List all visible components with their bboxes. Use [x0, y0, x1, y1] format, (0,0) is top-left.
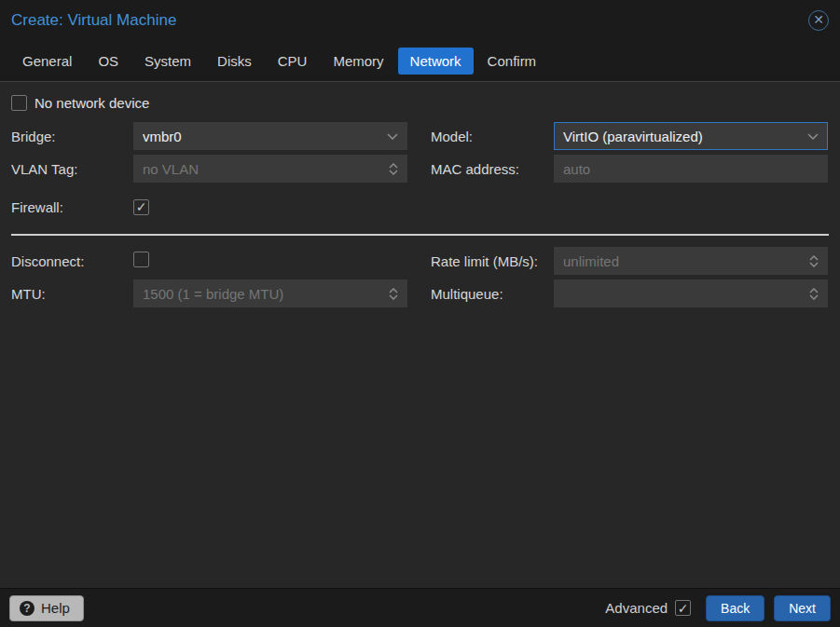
disconnect-label: Disconnect: — [11, 253, 133, 269]
vlan-tag-spinner[interactable] — [133, 155, 407, 183]
mac-address-label: MAC address: — [431, 161, 554, 177]
firewall-row: Firewall: — [11, 193, 829, 221]
bridge-model-row: Bridge: Model: — [11, 122, 829, 150]
tab-cpu[interactable]: CPU — [266, 48, 320, 75]
tab-disks[interactable]: Disks — [205, 48, 264, 75]
mtu-spinner[interactable] — [133, 279, 407, 307]
disconnect-checkbox[interactable] — [133, 252, 149, 267]
no-network-device-checkbox[interactable] — [11, 95, 27, 111]
footer-actions: Advanced Back Next — [605, 595, 831, 621]
multiqueue-input[interactable] — [563, 286, 804, 302]
advanced-checkbox[interactable] — [675, 600, 691, 616]
model-label: Model: — [431, 129, 554, 144]
mtu-multiqueue-row: MTU: Multiqueue: — [11, 279, 829, 307]
vlan-tag-label: VLAN Tag: — [11, 161, 133, 177]
vlan-tag-input[interactable] — [143, 161, 383, 177]
tab-general[interactable]: General — [10, 48, 84, 75]
wizard-tabbar: General OS System Disks CPU Memory Netwo… — [0, 41, 840, 82]
spinner-icon[interactable] — [389, 288, 398, 300]
model-input[interactable] — [563, 129, 802, 144]
tab-memory[interactable]: Memory — [321, 48, 395, 75]
advanced-toggle: Advanced — [605, 600, 691, 616]
mac-address-input[interactable] — [563, 161, 819, 177]
multiqueue-spinner[interactable] — [554, 279, 828, 307]
advanced-label: Advanced — [605, 600, 668, 616]
mtu-input[interactable] — [143, 286, 383, 302]
spinner-icon[interactable] — [809, 255, 819, 267]
create-vm-dialog: Create: Virtual Machine ✕ General OS Sys… — [0, 0, 840, 627]
mac-address-field[interactable] — [554, 155, 828, 183]
dialog-title: Create: Virtual Machine — [11, 11, 176, 30]
rate-limit-input[interactable] — [563, 253, 804, 269]
chevron-down-icon[interactable] — [807, 133, 819, 140]
no-network-device-row: No network device — [11, 95, 829, 111]
vlan-mac-row: VLAN Tag: MAC address: — [11, 155, 829, 183]
firewall-checkbox[interactable] — [133, 199, 149, 215]
multiqueue-label: Multiqueue: — [431, 286, 554, 302]
rate-limit-spinner[interactable] — [554, 247, 828, 275]
tab-system[interactable]: System — [132, 48, 203, 75]
dialog-footer: ? Help Advanced Back Next — [0, 588, 840, 627]
help-button-label: Help — [41, 600, 70, 616]
tab-os[interactable]: OS — [86, 48, 131, 75]
close-icon[interactable]: ✕ — [808, 10, 829, 31]
tab-confirm[interactable]: Confirm — [475, 48, 549, 75]
bridge-combobox[interactable] — [133, 122, 407, 150]
disconnect-rate-row: Disconnect: Rate limit (MB/s): — [11, 247, 829, 275]
network-form: No network device Bridge: Model: VLAN T — [0, 82, 840, 588]
spinner-icon[interactable] — [389, 163, 398, 175]
tab-network[interactable]: Network — [398, 48, 474, 75]
chevron-down-icon[interactable] — [387, 133, 398, 140]
help-button[interactable]: ? Help — [9, 595, 84, 621]
next-button[interactable]: Next — [774, 595, 831, 621]
model-combobox[interactable] — [554, 122, 828, 150]
question-icon: ? — [20, 601, 34, 616]
back-button[interactable]: Back — [706, 595, 764, 621]
rate-limit-label: Rate limit (MB/s): — [431, 253, 554, 269]
bridge-label: Bridge: — [11, 129, 133, 144]
dialog-titlebar: Create: Virtual Machine ✕ — [0, 0, 840, 41]
section-divider — [11, 234, 829, 236]
firewall-label: Firewall: — [11, 199, 133, 215]
no-network-device-label: No network device — [34, 95, 149, 111]
bridge-input[interactable] — [143, 129, 381, 144]
mtu-label: MTU: — [11, 286, 133, 302]
spinner-icon[interactable] — [809, 288, 819, 300]
